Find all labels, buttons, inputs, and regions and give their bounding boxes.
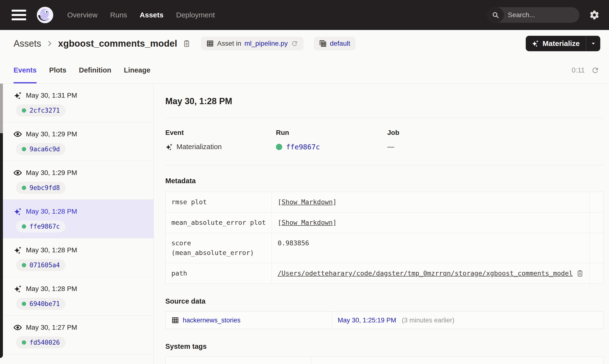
source-data-table: hackernews_stories May 30, 1:25:19 PM (3… [165,312,603,329]
run-status-dot [22,302,26,306]
materialize-split-button[interactable]: Materialize [526,36,600,51]
tab-lineage[interactable]: Lineage [124,57,151,83]
list-item[interactable]: May 30, 1:28 PM 071605a4 [3,238,153,277]
breadcrumb-assets-link[interactable]: Assets [14,39,41,49]
job-value: — [387,143,394,151]
asset-group-badge[interactable]: default [314,37,356,50]
nav-item-runs[interactable]: Runs [110,11,127,19]
refresh-countdown: 0:11 [572,66,585,74]
menu-icon[interactable] [12,9,27,21]
materialization-icon [14,285,22,293]
list-item[interactable]: May 30, 1:28 PM 6940be71 [3,277,153,316]
run-link[interactable]: 071605a4 [16,259,66,271]
tag-value: ffe9867c-ec9c-4f06-939c-f8dc830c0962 [311,357,603,364]
table-row: rmse plot [Show Markdown] [166,192,603,212]
table-row: mean_absolute_error plot [Show Markdown] [166,212,603,233]
search-input[interactable] [504,11,580,19]
run-id: 9aca6c9d [29,145,60,153]
refresh-icon[interactable] [591,66,599,75]
run-link[interactable]: ffe9867c [286,143,320,151]
primary-nav: Overview Runs Assets Deployment [67,11,215,19]
list-item-selected[interactable]: May 30, 1:28 PM ffe9867c [3,200,153,238]
metadata-table: rmse plot [Show Markdown] mean_absolute_… [165,192,603,284]
source-timestamp-link[interactable]: May 30, 1:25:19 PM [338,317,396,324]
path-link[interactable]: /Users/odetteharary/code/dagster/tmp_0mz… [278,269,573,278]
materialize-dropdown-button[interactable] [586,36,600,51]
event-list: May 30, 1:31 PM 2cfc3271 May 30, 1:29 PM… [3,84,154,364]
run-link[interactable]: 9aca6c9d [16,143,66,155]
divider [165,165,603,165]
copy-path-icon[interactable] [576,270,584,277]
event-time: May 30, 1:28 PM [26,246,77,254]
run-id: 9ebc9fd8 [29,184,60,191]
event-column-label: Event [165,129,276,137]
event-detail-panel: May 30, 1:28 PM Event Materialization Ru… [154,84,609,364]
tab-events[interactable]: Events [14,57,37,83]
observation-eye-icon [14,169,22,177]
run-link[interactable]: fd540026 [16,337,66,349]
tab-plots[interactable]: Plots [49,57,66,83]
table-grid-icon [206,40,214,47]
table-grid-icon [171,316,179,324]
event-type-value: Materialization [177,143,222,151]
event-summary: Event Materialization Run ffe9867c Job — [165,129,603,151]
top-app-bar: Overview Runs Assets Deployment / [0,0,609,30]
event-time: May 30, 1:29 PM [26,169,77,177]
nav-item-overview[interactable]: Overview [67,11,97,19]
tab-definition[interactable]: Definition [79,57,111,83]
nav-item-deployment[interactable]: Deployment [176,11,215,19]
show-markdown-link[interactable]: Show Markdown [281,219,332,226]
bracket: [ [278,198,281,206]
bracket: ] [333,198,337,206]
chevron-right-icon [46,40,53,47]
materialization-icon [14,207,22,216]
run-link[interactable]: ffe9867c [16,221,66,233]
run-column-label: Run [276,129,387,137]
job-column-label: Job [387,129,603,137]
search-icon[interactable] [487,7,504,23]
page-title: xgboost_comments_model [58,39,177,49]
list-item[interactable]: May 30, 1:27 PM fd540026 [3,316,153,354]
event-time: May 30, 1:31 PM [26,91,77,99]
code-location-link[interactable]: ml_pipeline.py [245,40,288,47]
source-asset-link[interactable]: hackernews_stories [183,317,241,324]
run-id: 6940be71 [29,300,60,307]
show-markdown-link[interactable]: Show Markdown [281,198,332,206]
run-link[interactable]: 9ebc9fd8 [16,182,66,194]
nav-item-assets[interactable]: Assets [140,11,163,19]
copy-asset-name-icon[interactable] [182,39,191,48]
materialization-icon [165,143,173,151]
materialize-label: Materialize [543,39,580,48]
materialize-button[interactable]: Materialize [526,36,586,51]
reload-location-icon[interactable] [291,40,298,47]
run-link[interactable]: 2cfc3271 [16,104,66,117]
list-item[interactable]: May 30, 1:29 PM 9ebc9fd8 [3,161,153,200]
gear-icon[interactable] [589,10,600,20]
asset-tabs-bar: Events Plots Definition Lineage 0:11 [0,57,609,84]
search-bar[interactable]: / [487,7,580,23]
sparkle-icon [532,40,539,47]
list-item[interactable]: May 30, 1:31 PM 2cfc3271 [3,84,153,122]
metadata-key: rmse plot [166,192,272,212]
run-link[interactable]: 6940be71 [16,298,66,310]
metadata-heading: Metadata [165,177,603,185]
asset-tabs: Events Plots Definition Lineage [14,57,150,83]
run-id: 071605a4 [29,261,60,269]
divider [165,118,603,118]
asset-group-link[interactable]: default [330,40,350,47]
table-row: path /Users/odetteharary/code/dagster/tm… [166,263,603,284]
dagster-logo[interactable] [36,6,54,24]
run-status-dot [22,263,26,267]
asset-header: Assets xgboost_comments_model Asset in m… [0,30,609,57]
event-time: May 30, 1:28 PM [26,208,77,215]
table-row: score (mean_absolute_error) 0.983856 [166,233,603,263]
group-grid-icon [319,40,327,47]
code-location-badge[interactable]: Asset in ml_pipeline.py [201,37,304,50]
metadata-key: mean_absolute_error plot [166,212,272,233]
list-item[interactable]: May 30, 1:29 PM 9aca6c9d [3,122,153,161]
source-data-heading: Source data [165,297,603,305]
metadata-key: score (mean_absolute_error) [166,233,272,263]
metadata-value: 0.983856 [278,238,309,248]
run-id: fd540026 [29,339,60,346]
materialization-icon [14,91,22,100]
